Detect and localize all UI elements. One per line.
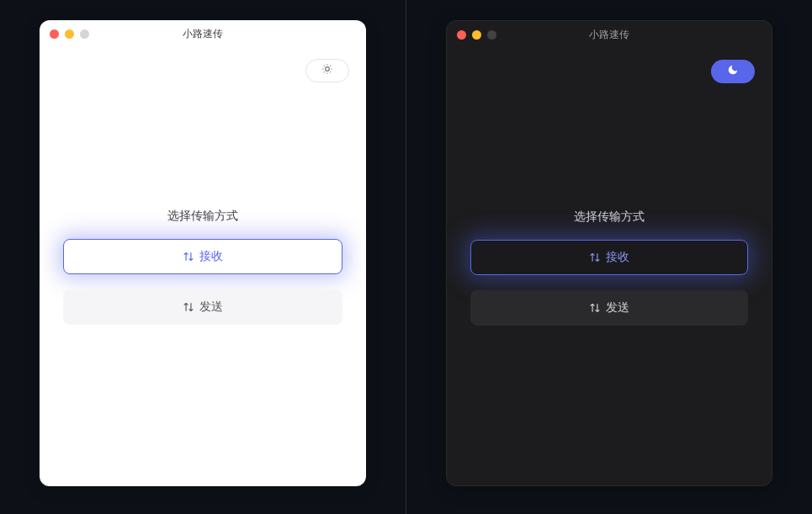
moon-icon <box>727 64 739 79</box>
receive-button-label: 接收 <box>606 250 629 265</box>
sun-icon <box>321 63 333 78</box>
receive-button[interactable]: 接收 <box>63 239 342 274</box>
titlebar: 小路速传 <box>447 21 772 48</box>
titlebar: 小路速传 <box>40 20 366 47</box>
send-button-label: 发送 <box>606 300 629 315</box>
window-title: 小路速传 <box>447 28 772 42</box>
swap-icon <box>589 302 601 314</box>
svg-line-8 <box>330 66 331 66</box>
window-title: 小路速传 <box>40 27 366 41</box>
light-theme-preview: 小路速传 <box>0 0 406 514</box>
svg-line-7 <box>324 72 325 72</box>
swap-icon <box>589 252 601 263</box>
dark-theme-preview: 小路速传 选择传输方式 接收 <box>406 0 812 514</box>
mode-heading: 选择传输方式 <box>470 209 748 225</box>
mode-heading: 选择传输方式 <box>63 209 342 224</box>
receive-button-label: 接收 <box>199 249 223 264</box>
main-content: 选择传输方式 接收 发送 <box>447 209 772 326</box>
send-button[interactable]: 发送 <box>470 290 748 326</box>
send-button-label: 发送 <box>199 299 223 315</box>
svg-line-4 <box>330 72 331 72</box>
app-window-light: 小路速传 <box>40 20 366 486</box>
svg-point-0 <box>326 67 330 72</box>
theme-toggle-button[interactable] <box>711 60 755 83</box>
swap-icon <box>183 251 194 262</box>
main-content: 选择传输方式 接收 发送 <box>40 209 366 325</box>
send-button[interactable]: 发送 <box>63 289 342 325</box>
svg-line-3 <box>324 66 325 66</box>
theme-toggle-row <box>40 47 366 82</box>
swap-icon <box>183 301 194 313</box>
theme-toggle-row <box>447 48 772 83</box>
theme-toggle-button[interactable] <box>305 59 349 82</box>
receive-button[interactable]: 接收 <box>470 240 748 275</box>
app-window-dark: 小路速传 选择传输方式 接收 <box>446 20 772 486</box>
